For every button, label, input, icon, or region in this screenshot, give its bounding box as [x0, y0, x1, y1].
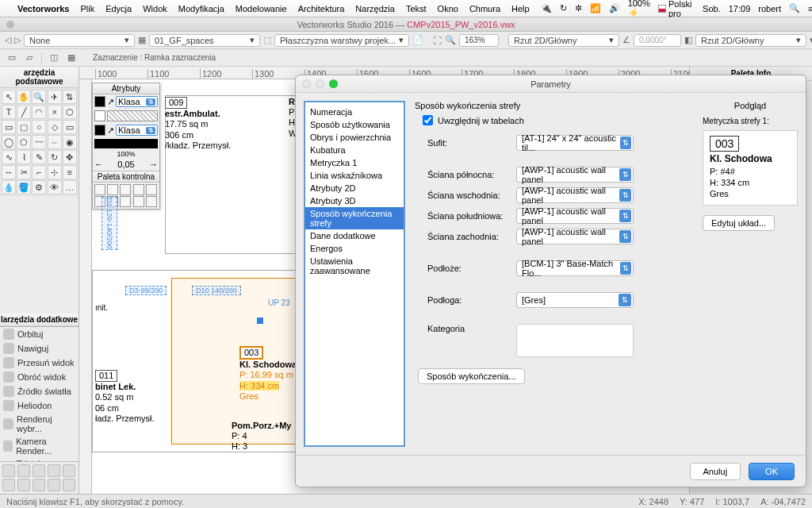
plane-icon[interactable]: ⬚	[263, 34, 271, 47]
class-selector[interactable]: None▾	[24, 34, 135, 47]
dialog-titlebar[interactable]: Parametry	[296, 75, 806, 93]
nav-fwd-icon[interactable]: ▷	[14, 34, 21, 47]
snap-6[interactable]	[2, 479, 15, 491]
angle-field[interactable]: 0,0000°	[634, 34, 681, 47]
fill-class-select[interactable]: Klasa⇅	[116, 96, 158, 107]
dialog-min-icon[interactable]	[316, 79, 324, 88]
tool-poly[interactable]: ⬡	[63, 105, 77, 119]
layer-icon[interactable]: ▦	[138, 34, 146, 47]
menu-modyfikacja[interactable]: Modyfikacja	[178, 4, 224, 13]
fill-pattern[interactable]	[107, 110, 158, 121]
menu-architektura[interactable]: Architektura	[298, 4, 345, 13]
menu-edycja[interactable]: Edycja	[105, 4, 132, 13]
tool-offset[interactable]: ≡	[63, 165, 77, 179]
dlg-item-sposob-uzyt[interactable]: Sposób użytkowania	[305, 118, 404, 131]
clock-day[interactable]: Sob.	[703, 4, 721, 13]
tool-rrect[interactable]: ▢	[17, 120, 31, 134]
extra-nawiguj[interactable]: Nawiguj	[0, 341, 79, 356]
selection-handle[interactable]	[257, 318, 263, 324]
view-selector[interactable]: Rzut 2D/Główny▾	[508, 34, 619, 47]
dlg-item-atr2d[interactable]: Atrybuty 2D	[305, 182, 404, 194]
tool-cursor[interactable]: ↖	[2, 90, 16, 104]
tool-curve[interactable]: ∿	[2, 150, 16, 164]
dlg-item-atr3d[interactable]: Atrybuty 3D	[305, 194, 404, 207]
fit-icon[interactable]: ⛶	[433, 34, 442, 47]
tool-vis[interactable]: 👁	[48, 180, 62, 194]
extra-heliodon[interactable]: Heliodon	[0, 398, 79, 413]
page-icon[interactable]: 📄	[412, 34, 423, 47]
extra-zrodlo[interactable]: Źródło światła	[0, 384, 79, 398]
tool-split[interactable]: ✂	[17, 165, 31, 179]
snap-2[interactable]	[17, 464, 30, 477]
dialog-close-icon[interactable]	[302, 79, 311, 88]
extra-obroc[interactable]: Obróć widok	[0, 370, 79, 384]
clock-time[interactable]: 17:09	[729, 4, 751, 13]
input-lang[interactable]: Polski pro	[658, 0, 695, 18]
tool-locus[interactable]: ◇	[48, 120, 62, 134]
snap-8[interactable]	[33, 479, 45, 491]
textarea-category[interactable]	[516, 324, 634, 357]
window-close-icon[interactable]	[6, 21, 14, 29]
tool-bucket[interactable]: 🪣	[17, 180, 31, 194]
tool-attr[interactable]: ⚙	[32, 180, 46, 194]
tool-text[interactable]: T	[2, 105, 16, 119]
tool-rect[interactable]: ▭	[2, 120, 16, 134]
finish-style-button[interactable]: Sposób wykończenia...	[418, 368, 525, 384]
tool-spiral[interactable]: ◉	[63, 135, 77, 149]
menu-narzedzia[interactable]: Narzędzia	[355, 4, 395, 13]
dlg-item-zaawansowane[interactable]: Ustawienia zaawansowane	[305, 255, 404, 277]
dlg-item-energos[interactable]: Energos	[305, 242, 404, 255]
select-north[interactable]: [AWP-1] acoustic wall panel⇅	[516, 167, 634, 183]
dlg-item-obrys[interactable]: Obrys i powierzchnia	[305, 131, 404, 144]
cancel-button[interactable]: Anuluj	[690, 463, 741, 480]
pen-class-select[interactable]: Klasa⇅	[116, 125, 158, 136]
menu-plik[interactable]: Plik	[80, 4, 94, 13]
menu-modelowanie[interactable]: Modelowanie	[236, 4, 287, 13]
ctrl-5[interactable]	[146, 184, 157, 195]
fill-arrow-icon[interactable]: ↗	[107, 97, 114, 107]
tool-free[interactable]: 〰	[32, 135, 46, 149]
sel-mode4-icon[interactable]: ▦	[64, 52, 79, 64]
snap-4[interactable]	[48, 464, 60, 477]
bt-icon[interactable]: ✲	[575, 3, 582, 13]
snap-1[interactable]	[2, 464, 15, 477]
include-tables-checkbox[interactable]	[423, 115, 433, 125]
render-icon[interactable]: ◧	[684, 34, 692, 47]
wifi2-icon[interactable]: 📶	[590, 3, 601, 13]
tool-mirror[interactable]: ⇅	[63, 90, 77, 104]
wifi-icon[interactable]: 🔌	[541, 3, 552, 13]
opacity-val[interactable]: 0,05	[105, 160, 147, 169]
extra-orbituj[interactable]: Orbituj	[0, 327, 79, 341]
zoom-field[interactable]: 163%	[459, 34, 499, 47]
angle-icon[interactable]: ∠	[622, 34, 630, 47]
ctrl-8[interactable]	[120, 196, 131, 207]
pen-arrow-icon[interactable]: ↗	[107, 125, 114, 136]
ctrl-1[interactable]	[94, 184, 105, 195]
dialog-zoom-icon[interactable]	[329, 79, 338, 88]
menu-widok[interactable]: Widok	[143, 4, 167, 13]
user-name[interactable]: robert	[758, 4, 781, 13]
extra-renderuj[interactable]: Renderuj wybr...	[0, 413, 79, 435]
fill-color-swatch[interactable]	[94, 110, 105, 121]
menu-chmura[interactable]: Chmura	[469, 4, 500, 13]
line-weight-bar[interactable]	[94, 139, 158, 148]
tool-pan[interactable]: ✋	[17, 90, 31, 104]
menu-tekst[interactable]: Tekst	[406, 4, 427, 13]
tool-zoom[interactable]: 🔍	[32, 90, 46, 104]
tool-line[interactable]: ╱	[17, 105, 31, 119]
tool-move[interactable]: ✥	[63, 150, 77, 164]
dialog-category-list[interactable]: Numeracja Sposób użytkowania Obrys i pow…	[304, 101, 405, 447]
tool-edit[interactable]: ✎	[32, 150, 46, 164]
app-name[interactable]: Vectorworks	[17, 4, 69, 13]
tool-more[interactable]: …	[63, 180, 77, 194]
sel-mode3-icon[interactable]: ◫	[47, 52, 61, 64]
snap-7[interactable]	[17, 479, 30, 491]
select-floor[interactable]: [Gres]⇅	[516, 292, 634, 308]
layer-selector[interactable]: 01_GF_spaces▾	[149, 34, 260, 47]
tool-fillet[interactable]: ⌐	[32, 165, 46, 179]
edit-layout-button[interactable]: Edytuj układ...	[703, 215, 775, 231]
select-east[interactable]: [AWP-1] acoustic wall panel⇅	[516, 187, 634, 203]
snap-3[interactable]	[33, 464, 45, 477]
dlg-item-wykonczenia[interactable]: Sposób wykończenia strefy	[305, 207, 404, 229]
snap-9[interactable]	[48, 479, 60, 491]
